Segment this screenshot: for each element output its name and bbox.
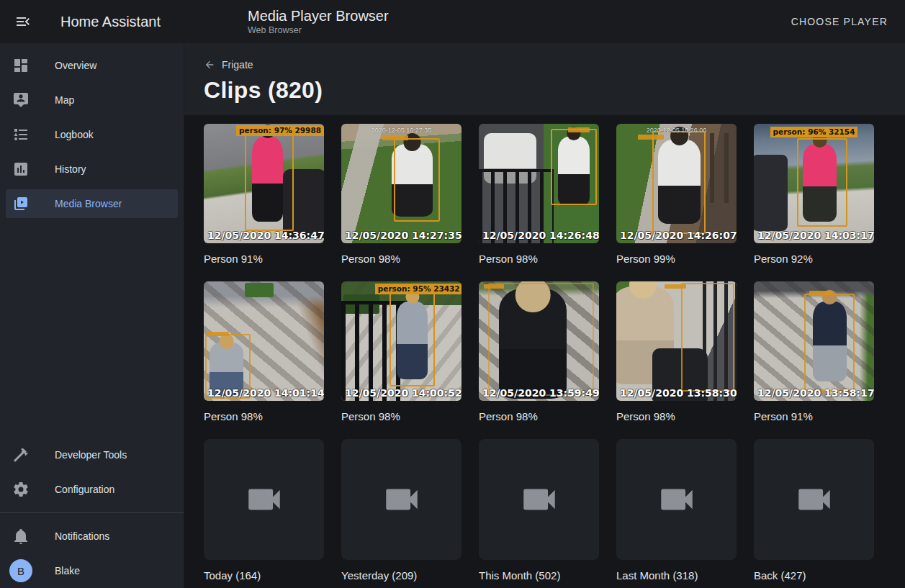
clip-card[interactable]: 2020-12-05 16:26:06 12/05/2020 14:26:07 …: [616, 124, 737, 266]
detection-box: [804, 294, 855, 392]
clip-card[interactable]: 12/05/2020 13:58:30 Person 98%: [616, 281, 737, 424]
detection-label: person: 97% 29988: [236, 125, 324, 136]
clip-timestamp: 12/05/2020 14:01:14: [207, 387, 324, 399]
sidebar-item-logbook[interactable]: Logbook: [6, 120, 178, 149]
page-title: Clips (820): [204, 77, 905, 104]
clip-label: Person 98%: [204, 410, 324, 424]
sidebar-item-label: Logbook: [55, 129, 94, 140]
sidebar-item-configuration[interactable]: Configuration: [6, 475, 178, 504]
folder-card-today[interactable]: Today (164): [204, 439, 324, 583]
sidebar-divider: [0, 512, 184, 513]
detection-chip: [665, 284, 686, 289]
video-camera-icon: [518, 479, 560, 520]
clip-label: Person 98%: [479, 410, 599, 424]
clip-thumbnail: 2020-12-05 16:27:35 12/05/2020 14:27:35: [341, 124, 461, 243]
home-assistant-app: Home Assistant Media Player Browser Web …: [0, 0, 905, 588]
folder-card-last-month[interactable]: Last Month (318): [616, 439, 737, 583]
folder-thumbnail: [204, 439, 324, 560]
video-camera-icon: [243, 479, 285, 520]
sidebar-item-developer-tools[interactable]: Developer Tools: [6, 440, 178, 469]
clip-timestamp: 12/05/2020 14:00:52: [345, 387, 461, 399]
clip-timestamp: 12/05/2020 13:58:30: [620, 387, 737, 399]
folder-thumbnail: [479, 439, 599, 560]
folder-label: Yesterday (209): [341, 569, 461, 583]
clip-timestamp: 12/05/2020 14:26:48: [482, 230, 599, 241]
sidebar-item-notifications[interactable]: Notifications: [6, 522, 178, 551]
detection-chip: [568, 127, 590, 132]
map-person-icon: [12, 91, 30, 109]
sidebar-item-label: History: [55, 163, 86, 175]
clip-label: Person 99%: [616, 252, 737, 266]
clip-card[interactable]: person: 96% 32154 12/05/2020 14:03:17 Pe…: [754, 124, 874, 266]
clip-thumbnail: person: 97% 29988 12/05/2020 14:36:47: [204, 124, 324, 243]
clip-timestamp: 12/05/2020 14:26:07: [620, 230, 737, 241]
sidebar-item-overview[interactable]: Overview: [6, 51, 178, 80]
sidebar-item-label: Map: [55, 94, 74, 106]
clip-card[interactable]: 2020-12-05 16:27:35 12/05/2020 14:27:35 …: [341, 124, 461, 266]
detection-chip: [484, 284, 504, 289]
folder-card-yesterday[interactable]: Yesterday (209): [341, 439, 461, 583]
video-camera-icon: [381, 479, 423, 520]
detection-label: person: 96% 32154: [770, 127, 858, 137]
stroller-shape: [754, 155, 788, 231]
clip-label: Person 92%: [754, 252, 874, 266]
sidebar-item-label: Notifications: [55, 530, 109, 542]
detection-box: [488, 283, 594, 397]
clip-card[interactable]: person: 95% 23432 12/05/2020 14:00:52 Pe…: [341, 281, 461, 424]
detection-box: [551, 129, 596, 205]
media-grid-scroll[interactable]: person: 97% 29988 12/05/2020 14:36:47 Pe…: [184, 115, 905, 588]
clip-thumbnail: 2020-12-05 16:26:06 12/05/2020 14:26:07: [616, 124, 737, 243]
folder-card-this-month[interactable]: This Month (502): [479, 439, 599, 583]
app-title: Home Assistant: [60, 14, 161, 30]
sidebar-item-user[interactable]: B Blake: [6, 556, 178, 585]
content-header: Frigate Clips (820): [184, 43, 905, 115]
choose-player-button[interactable]: CHOOSE PLAYER: [783, 10, 896, 33]
dashboard-icon: [12, 57, 30, 74]
clip-card[interactable]: 12/05/2020 13:58:17 Person 91%: [754, 281, 874, 424]
porch-rail-shape: [710, 133, 737, 202]
topbar-left: Home Assistant: [0, 13, 184, 30]
bell-icon: [12, 528, 30, 545]
clip-timestamp: 12/05/2020 13:59:49: [482, 387, 599, 399]
detection-box: [797, 138, 847, 227]
clip-label: Person 98%: [616, 410, 737, 424]
folder-label: This Month (502): [479, 569, 599, 583]
detection-chip: [207, 332, 229, 336]
detection-box: [652, 131, 705, 234]
panel-titles: Media Player Browser Web Browser: [248, 7, 389, 36]
video-camera-icon: [656, 479, 698, 520]
hammer-icon: [12, 446, 30, 463]
clip-thumbnail: 12/05/2020 14:01:14: [204, 281, 324, 401]
folder-label: Back (427): [754, 569, 874, 583]
toy-shape: [245, 283, 274, 297]
sidebar: Overview Map Logbook History: [0, 43, 184, 588]
clip-label: Person 98%: [479, 252, 599, 266]
folder-card-back[interactable]: Back (427): [754, 439, 874, 583]
clip-card[interactable]: person: 97% 29988 12/05/2020 14:36:47 Pe…: [204, 124, 324, 266]
sidebar-item-media-browser[interactable]: Media Browser: [6, 189, 178, 218]
clip-timestamp: 12/05/2020 13:58:17: [757, 387, 874, 399]
detection-chip: [382, 135, 408, 140]
media-browser-panel: Frigate Clips (820) person: 97% 29988 12…: [184, 43, 905, 588]
panel-subtitle: Web Browser: [248, 24, 389, 36]
clip-label: Person 98%: [341, 252, 461, 266]
breadcrumb-back[interactable]: Frigate: [204, 59, 253, 71]
detection-box: [245, 131, 294, 231]
menu-open-icon[interactable]: [14, 13, 32, 30]
clip-timestamp: 12/05/2020 14:27:35: [345, 230, 461, 241]
clip-label: Person 98%: [341, 410, 461, 424]
user-name: Blake: [55, 565, 80, 576]
detection-box: [681, 283, 734, 392]
sidebar-item-map[interactable]: Map: [6, 86, 178, 114]
clip-card[interactable]: 12/05/2020 14:26:48 Person 98%: [479, 124, 599, 266]
clip-card[interactable]: 12/05/2020 14:01:14 Person 98%: [204, 281, 324, 424]
panel-title: Media Player Browser: [248, 7, 389, 24]
arrow-left-icon: [204, 59, 215, 71]
clip-card[interactable]: 12/05/2020 13:59:49 Person 98%: [479, 281, 599, 424]
sidebar-item-history[interactable]: History: [6, 155, 178, 184]
sidebar-item-label: Overview: [55, 60, 96, 71]
detection-label: person: 95% 23432: [375, 284, 461, 294]
sidebar-item-label: Developer Tools: [55, 449, 127, 461]
clip-thumbnail: 12/05/2020 13:59:49: [479, 281, 599, 401]
folder-label: Last Month (318): [616, 569, 737, 583]
